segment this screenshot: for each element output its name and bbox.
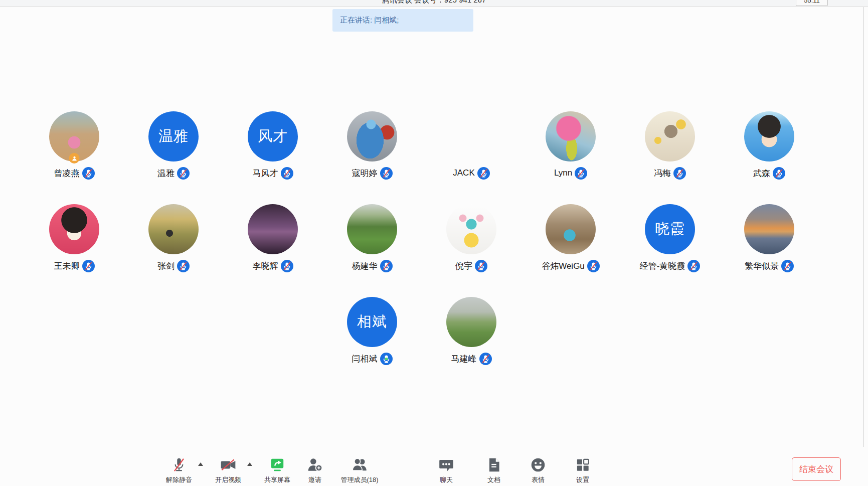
participant-tile[interactable]: 温雅 温雅 — [148, 111, 199, 180]
manage-members-label: 管理成员(18) — [340, 475, 378, 484]
avatar: 风才 — [248, 111, 298, 161]
manage-members-button[interactable]: 管理成员(18) — [340, 456, 378, 484]
mic-status-icon — [380, 353, 393, 365]
host-badge-icon — [69, 153, 80, 164]
participant-name: 倪宇 — [455, 260, 472, 272]
chat-button[interactable]: 聊天 — [438, 456, 455, 484]
docs-label: 文档 — [487, 475, 500, 484]
participant-tile[interactable]: JACK — [446, 111, 496, 180]
mic-status-icon — [479, 353, 492, 365]
invite-icon — [306, 456, 323, 473]
participant-tile[interactable]: 谷炜WeiGu — [542, 204, 600, 272]
mic-status-icon — [380, 167, 393, 180]
participant-tile[interactable]: 寇明婷 — [347, 111, 397, 180]
participant-name: 马建峰 — [451, 353, 477, 365]
avatar — [446, 297, 496, 347]
participant-name: 武森 — [753, 168, 770, 179]
participant-tile[interactable]: 武森 — [744, 111, 794, 180]
speaking-banner: 正在讲话: 闫相斌; — [332, 9, 473, 32]
participant-tile[interactable]: 繁华似景 — [744, 204, 794, 272]
avatar — [744, 111, 794, 161]
participant-tile[interactable]: 倪宇 — [446, 204, 496, 272]
mic-status-icon — [673, 167, 686, 180]
participant-name: 闫相斌 — [352, 353, 378, 365]
chat-icon — [438, 456, 455, 473]
layout-grid-icon — [574, 456, 591, 473]
start-video-button[interactable]: 开启视频 — [215, 456, 241, 484]
avatar — [49, 111, 99, 161]
mic-status-icon — [773, 167, 785, 180]
participant-tile[interactable]: 马建峰 — [446, 297, 496, 365]
avatar-initials: 风才 — [258, 126, 288, 146]
invite-label: 邀请 — [308, 475, 321, 484]
participant-name: 温雅 — [157, 168, 175, 179]
camera-off-icon — [220, 456, 237, 473]
emoji-button[interactable]: 表情 — [530, 456, 547, 484]
bottom-toolbar: 解除静音 开启视频 共享屏幕 邀请 管理成员(18) 聊天 文档 — [0, 447, 868, 486]
avatar — [446, 111, 496, 161]
mic-status-icon — [477, 167, 490, 180]
avatar — [744, 204, 794, 254]
meeting-window: 腾讯会议 会议号：925 941 267 55:11 正在讲话: 闫相斌; 曾凌… — [0, 0, 868, 486]
mic-status-icon — [687, 260, 700, 272]
mic-status-icon — [82, 167, 95, 180]
end-meeting-button[interactable]: 结束会议 — [792, 457, 841, 481]
participant-tile[interactable]: 风才 马风才 — [248, 111, 298, 180]
mic-status-icon — [781, 260, 794, 272]
participant-tile[interactable]: Lynn — [546, 111, 596, 180]
docs-button[interactable]: 文档 — [485, 456, 502, 484]
members-icon — [351, 456, 368, 473]
mic-status-icon — [475, 260, 487, 272]
participant-name: 张剑 — [157, 260, 175, 272]
mic-status-icon — [177, 260, 190, 272]
mic-status-icon — [82, 260, 95, 272]
avatar — [645, 111, 695, 161]
avatar-initials: 晓霞 — [655, 219, 685, 239]
unmute-label: 解除静音 — [166, 475, 192, 484]
participant-tile[interactable]: 晓霞 经管-黄晓霞 — [640, 204, 701, 272]
speaking-banner-text: 正在讲话: 闫相斌; — [340, 16, 399, 25]
share-screen-icon — [269, 456, 286, 473]
mic-options-caret-icon[interactable] — [198, 462, 203, 466]
avatar — [446, 204, 496, 254]
participant-tile[interactable]: 相斌 闫相斌 — [347, 297, 397, 365]
participant-name: 李晓辉 — [253, 260, 278, 272]
window-right-border — [863, 7, 864, 486]
participant-tile[interactable]: 冯梅 — [645, 111, 695, 180]
mic-status-icon — [380, 260, 393, 272]
avatar — [347, 111, 397, 161]
participant-tile[interactable]: 曾凌燕 — [49, 111, 99, 180]
chat-label: 聊天 — [440, 475, 453, 484]
unmute-button[interactable]: 解除静音 — [166, 456, 192, 484]
avatar — [347, 204, 397, 254]
settings-button[interactable]: 设置 — [574, 456, 591, 484]
participant-tile[interactable]: 张剑 — [148, 204, 199, 272]
share-screen-button[interactable]: 共享屏幕 — [264, 456, 290, 484]
avatar — [49, 204, 99, 254]
avatar: 晓霞 — [645, 204, 695, 254]
participant-name: 谷炜WeiGu — [542, 260, 585, 272]
participant-grid: 曾凌燕 温雅 温雅 风才 马风才 寇明婷 JACK Lynn 冯梅 — [25, 111, 819, 365]
document-icon — [485, 456, 502, 473]
mic-muted-icon — [170, 456, 188, 473]
avatar — [546, 204, 596, 254]
participant-name: Lynn — [554, 168, 572, 178]
share-screen-label: 共享屏幕 — [264, 475, 290, 484]
mic-status-icon — [281, 260, 293, 272]
emoji-label: 表情 — [532, 475, 545, 484]
participant-name: 繁华似景 — [745, 260, 779, 272]
participant-tile[interactable]: 王未卿 — [49, 204, 99, 272]
video-options-caret-icon[interactable] — [247, 462, 252, 466]
participant-tile[interactable]: 李晓辉 — [248, 204, 298, 272]
avatar-initials: 相斌 — [357, 312, 387, 332]
start-video-label: 开启视频 — [215, 475, 241, 484]
mic-status-icon — [587, 260, 600, 272]
invite-button[interactable]: 邀请 — [306, 456, 323, 484]
mic-status-icon — [177, 167, 190, 180]
avatar — [248, 204, 298, 254]
participant-name: 杨建华 — [352, 260, 378, 272]
participant-name: 冯梅 — [654, 168, 671, 179]
participant-tile[interactable]: 杨建华 — [347, 204, 397, 272]
settings-label: 设置 — [576, 475, 589, 484]
avatar — [148, 204, 199, 254]
